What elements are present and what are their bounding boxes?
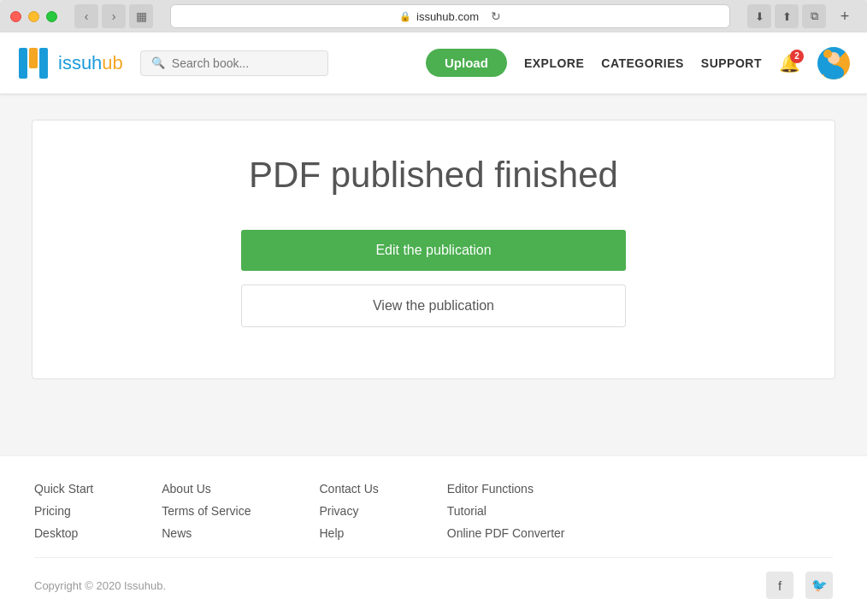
online-pdf-converter-link[interactable]: Online PDF Converter xyxy=(447,526,565,540)
avatar[interactable] xyxy=(817,47,850,79)
fullscreen-button[interactable]: ⧉ xyxy=(802,4,826,28)
editor-functions-link[interactable]: Editor Functions xyxy=(447,482,565,496)
search-icon: 🔍 xyxy=(151,56,165,69)
add-tab-button[interactable]: + xyxy=(833,4,857,28)
back-button[interactable]: ‹ xyxy=(74,4,98,28)
svg-rect-0 xyxy=(19,48,27,79)
address-bar[interactable]: 🔒 issuhub.com ↻ xyxy=(170,4,730,28)
footer-col-2: About Us Terms of Service News xyxy=(162,482,251,540)
privacy-link[interactable]: Privacy xyxy=(320,504,379,518)
svg-rect-1 xyxy=(29,48,38,68)
download-button[interactable]: ⬇ xyxy=(747,4,771,28)
tab-button[interactable]: ▦ xyxy=(129,4,153,28)
page-content: issuhub 🔍 Upload EXPLORE CATEGORIES SUPP… xyxy=(0,32,867,616)
svg-point-5 xyxy=(823,50,832,58)
reload-button[interactable]: ↻ xyxy=(491,9,501,23)
notification-button[interactable]: 🔔 2 xyxy=(779,53,800,73)
quick-start-link[interactable]: Quick Start xyxy=(34,482,93,496)
pricing-link[interactable]: Pricing xyxy=(34,504,93,518)
explore-link[interactable]: EXPLORE xyxy=(524,56,584,70)
twitter-link[interactable]: 🐦 xyxy=(805,572,833,599)
main-content: PDF published finished Edit the publicat… xyxy=(0,94,867,455)
footer-links: Quick Start Pricing Desktop About Us Ter… xyxy=(34,482,833,540)
close-window-button[interactable] xyxy=(10,11,21,22)
footer-col-1: Quick Start Pricing Desktop xyxy=(34,482,93,540)
page-title: PDF published finished xyxy=(249,155,618,196)
browser-titlebar: ‹ › ▦ 🔒 issuhub.com ↻ ⬇ ⬆ ⧉ + xyxy=(0,0,867,32)
nav-links: EXPLORE CATEGORIES SUPPORT xyxy=(524,56,762,70)
view-publication-button[interactable]: View the publication xyxy=(241,285,626,327)
share-button[interactable]: ⬆ xyxy=(775,4,799,28)
logo-icon xyxy=(17,46,51,80)
help-link[interactable]: Help xyxy=(320,526,379,540)
browser-nav: ‹ › ▦ xyxy=(74,4,153,28)
maximize-window-button[interactable] xyxy=(46,11,57,22)
about-us-link[interactable]: About Us xyxy=(162,482,251,496)
terms-of-service-link[interactable]: Terms of Service xyxy=(162,504,251,518)
categories-link[interactable]: CATEGORIES xyxy=(601,56,684,70)
contact-us-link[interactable]: Contact Us xyxy=(320,482,379,496)
notification-badge: 2 xyxy=(790,50,804,63)
minimize-window-button[interactable] xyxy=(28,11,39,22)
browser-action-buttons: ⬇ ⬆ ⧉ xyxy=(747,4,826,28)
lock-icon: 🔒 xyxy=(399,11,411,22)
url-text: issuhub.com xyxy=(416,10,479,23)
news-link[interactable]: News xyxy=(162,526,251,540)
footer-bottom: Copyright © 2020 Issuhub. f 🐦 xyxy=(34,557,833,599)
avatar-image xyxy=(817,47,850,79)
navbar: issuhub 🔍 Upload EXPLORE CATEGORIES SUPP… xyxy=(0,32,867,94)
tutorial-link[interactable]: Tutorial xyxy=(447,504,565,518)
logo[interactable]: issuhub xyxy=(17,46,123,80)
svg-rect-2 xyxy=(39,48,48,79)
search-input[interactable] xyxy=(172,56,317,70)
footer-col-3: Contact Us Privacy Help xyxy=(320,482,379,540)
footer-col-4: Editor Functions Tutorial Online PDF Con… xyxy=(447,482,565,540)
logo-text: issuhub xyxy=(58,52,123,74)
upload-button[interactable]: Upload xyxy=(426,49,507,77)
footer: Quick Start Pricing Desktop About Us Ter… xyxy=(0,455,867,616)
forward-button[interactable]: › xyxy=(102,4,126,28)
edit-publication-button[interactable]: Edit the publication xyxy=(241,230,626,271)
publication-card: PDF published finished Edit the publicat… xyxy=(32,120,835,379)
copyright-text: Copyright © 2020 Issuhub. xyxy=(34,579,166,592)
support-link[interactable]: SUPPORT xyxy=(701,56,762,70)
browser-window: ‹ › ▦ 🔒 issuhub.com ↻ ⬇ ⬆ ⧉ + xyxy=(0,0,867,616)
desktop-link[interactable]: Desktop xyxy=(34,526,93,540)
facebook-link[interactable]: f xyxy=(766,572,793,599)
social-links: f 🐦 xyxy=(766,572,833,599)
search-bar: 🔍 xyxy=(140,50,328,76)
svg-point-4 xyxy=(823,65,844,79)
